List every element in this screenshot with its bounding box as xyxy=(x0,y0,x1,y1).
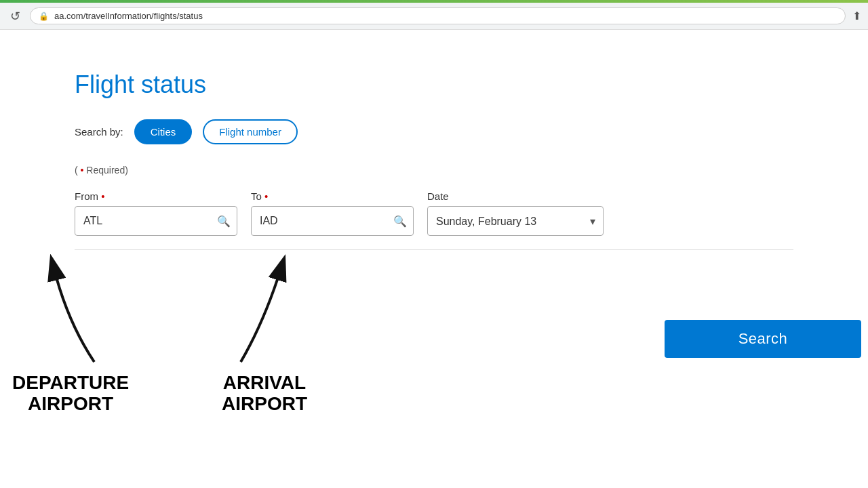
tab-flight-number[interactable]: Flight number xyxy=(203,119,298,144)
date-wrapper: Sunday, February 13 Monday, February 14 … xyxy=(427,206,604,236)
departure-annotation: DEPARTUREAIRPORT xyxy=(12,253,129,415)
to-group: To • 🔍 xyxy=(251,190,414,236)
search-by-label: Search by: xyxy=(75,126,123,138)
date-label: Date xyxy=(427,190,604,202)
date-group: Date Sunday, February 13 Monday, Februar… xyxy=(427,190,604,236)
page-title: Flight status xyxy=(75,70,793,99)
from-input[interactable] xyxy=(75,206,237,236)
departure-label: DEPARTUREAIRPORT xyxy=(12,373,129,415)
lock-icon: 🔒 xyxy=(39,12,49,21)
tab-cities[interactable]: Cities xyxy=(134,119,193,144)
departure-arrow-icon xyxy=(26,253,115,369)
arrival-label: ARRIVALAIRPORT xyxy=(222,373,307,415)
share-icon[interactable]: ⬆ xyxy=(852,9,861,22)
to-label: To • xyxy=(251,190,414,202)
to-input-wrapper: 🔍 xyxy=(251,206,414,236)
arrival-annotation: ARRIVALAIRPORT xyxy=(220,253,309,415)
from-label: From • xyxy=(75,190,237,202)
search-button[interactable]: Search xyxy=(665,320,861,358)
from-group: From • 🔍 xyxy=(75,190,237,236)
arrival-arrow-icon xyxy=(220,253,309,369)
url-text: aa.com/travelInformation/flights/status xyxy=(54,11,203,21)
divider xyxy=(75,249,793,250)
main-content: Flight status Search by: Cities Flight n… xyxy=(0,30,868,298)
back-button[interactable]: ↺ xyxy=(7,9,23,24)
required-dot: • xyxy=(78,165,84,176)
from-input-wrapper: 🔍 xyxy=(75,206,237,236)
browser-toolbar: ↺ 🔒 aa.com/travelInformation/flights/sta… xyxy=(0,3,868,30)
date-select[interactable]: Sunday, February 13 Monday, February 14 … xyxy=(427,206,604,236)
form-row: From • 🔍 To • 🔍 Date Sunday, February 13 xyxy=(75,190,793,236)
search-by-row: Search by: Cities Flight number xyxy=(75,119,793,144)
to-input[interactable] xyxy=(251,206,414,236)
address-bar[interactable]: 🔒 aa.com/travelInformation/flights/statu… xyxy=(30,7,846,24)
required-note: ( • Required) xyxy=(75,165,793,176)
